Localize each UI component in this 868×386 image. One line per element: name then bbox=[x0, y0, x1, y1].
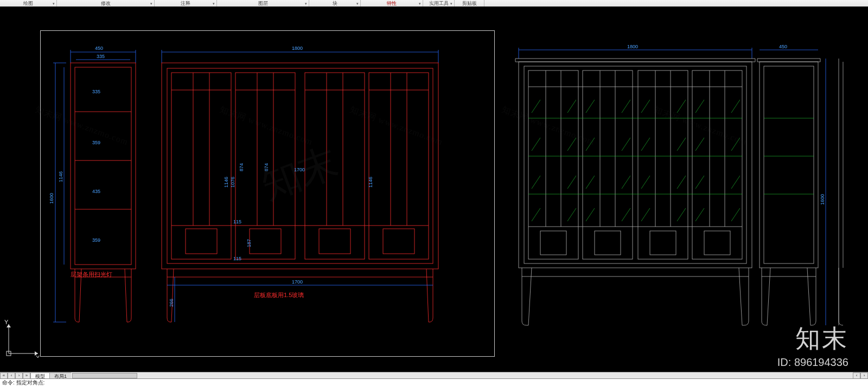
tab-nav-first[interactable]: « bbox=[0, 372, 8, 379]
ucs-y-label: Y bbox=[4, 320, 9, 325]
svg-line-93 bbox=[695, 176, 704, 189]
dim-front-width: 1800 bbox=[292, 46, 303, 51]
dim-187: 187 bbox=[246, 239, 252, 247]
svg-rect-21 bbox=[305, 73, 365, 259]
model-tabs-scrollbar: « ‹ › » 模型 布局1 ‹ › bbox=[0, 372, 868, 378]
tab-nav-next[interactable]: › bbox=[15, 372, 23, 379]
drawing-canvas[interactable]: 450 335 335 359 435 359 1600 bbox=[0, 7, 868, 373]
svg-rect-48 bbox=[519, 62, 752, 268]
svg-rect-17 bbox=[162, 63, 438, 269]
svg-line-84 bbox=[677, 138, 686, 151]
svg-line-72 bbox=[567, 100, 576, 113]
svg-line-76 bbox=[677, 100, 686, 113]
svg-rect-5 bbox=[75, 67, 131, 265]
svg-rect-67 bbox=[704, 231, 730, 255]
ucs-icon: X Y bbox=[4, 320, 42, 358]
dim-874b: 874 bbox=[264, 163, 269, 171]
dim-side-top: 335 bbox=[92, 89, 100, 94]
dim-shelf-seg: 359 bbox=[92, 140, 100, 145]
dim-115a: 115 bbox=[233, 219, 241, 224]
hscroll-left[interactable]: ‹ bbox=[853, 372, 860, 379]
svg-line-77 bbox=[695, 100, 704, 113]
dim-115b: 115 bbox=[233, 256, 241, 261]
svg-line-82 bbox=[622, 138, 630, 151]
svg-rect-4 bbox=[71, 63, 136, 269]
ribbon-panel-modify[interactable]: 修改▾ bbox=[57, 0, 155, 7]
svg-line-95 bbox=[532, 208, 540, 221]
svg-line-71 bbox=[532, 100, 540, 113]
layout-tabs: 模型 布局1 bbox=[30, 372, 71, 379]
svg-rect-37 bbox=[319, 229, 350, 254]
ribbon-panel-properties[interactable]: 特性▾ bbox=[361, 0, 423, 7]
dim-right-height: 1600 bbox=[820, 194, 825, 205]
tab-nav-prev[interactable]: ‹ bbox=[8, 372, 15, 379]
svg-line-74 bbox=[622, 100, 630, 113]
ribbon-panel-annotate[interactable]: 注释▾ bbox=[155, 0, 217, 7]
svg-line-79 bbox=[532, 138, 540, 151]
hscroll-thumb[interactable] bbox=[72, 373, 137, 378]
dim-leg: 266 bbox=[169, 299, 174, 307]
svg-line-85 bbox=[695, 138, 704, 151]
dim-right-side-width: 450 bbox=[779, 44, 787, 49]
ribbon-panel-block[interactable]: 块▾ bbox=[309, 0, 361, 7]
dim-1146a: 1146 bbox=[224, 177, 229, 188]
svg-rect-104 bbox=[760, 62, 818, 268]
ribbon-panel-draw[interactable]: 绘图▾ bbox=[0, 0, 57, 7]
svg-line-89 bbox=[586, 176, 595, 189]
ucs-x-label: X bbox=[36, 355, 40, 358]
svg-rect-19 bbox=[171, 73, 231, 259]
hscroll-right[interactable]: › bbox=[860, 372, 868, 379]
dim-1700b: 1700 bbox=[294, 167, 305, 172]
tab-model[interactable]: 模型 bbox=[30, 372, 50, 379]
svg-line-94 bbox=[731, 176, 740, 189]
ribbon-panel-layers[interactable]: 图层▾ bbox=[217, 0, 309, 7]
dim-height-shelf: 1146 bbox=[58, 171, 63, 182]
svg-line-73 bbox=[586, 100, 595, 113]
hscroll-track[interactable] bbox=[71, 372, 853, 379]
svg-rect-36 bbox=[250, 229, 281, 254]
brand-id: ID: 896194336 bbox=[777, 356, 848, 369]
svg-rect-18 bbox=[167, 68, 433, 263]
svg-line-75 bbox=[641, 100, 650, 113]
svg-line-98 bbox=[622, 208, 630, 221]
svg-line-87 bbox=[532, 176, 540, 189]
svg-line-88 bbox=[567, 176, 576, 189]
svg-rect-49 bbox=[524, 66, 746, 263]
svg-line-86 bbox=[731, 138, 740, 151]
dim-shelf-seg2: 359 bbox=[92, 237, 100, 243]
svg-line-102 bbox=[731, 208, 740, 221]
svg-rect-66 bbox=[650, 231, 676, 255]
dim-side-mid: 435 bbox=[92, 189, 100, 194]
svg-line-99 bbox=[641, 208, 650, 221]
svg-line-83 bbox=[641, 138, 650, 151]
svg-rect-65 bbox=[595, 231, 621, 255]
svg-line-81 bbox=[586, 138, 595, 151]
drawing-svg: 450 335 335 359 435 359 1600 bbox=[0, 7, 868, 373]
svg-line-91 bbox=[641, 176, 650, 189]
svg-rect-105 bbox=[764, 66, 814, 263]
brand-name: 知末 bbox=[795, 322, 848, 356]
svg-line-92 bbox=[677, 176, 686, 189]
svg-rect-35 bbox=[186, 229, 217, 254]
tab-layout1[interactable]: 布局1 bbox=[49, 372, 72, 379]
svg-line-101 bbox=[695, 208, 704, 221]
dim-right-front-width: 1800 bbox=[627, 44, 638, 49]
svg-line-80 bbox=[567, 138, 576, 151]
svg-rect-38 bbox=[383, 229, 414, 254]
svg-line-97 bbox=[586, 208, 595, 221]
svg-rect-22 bbox=[369, 73, 429, 259]
svg-rect-64 bbox=[540, 231, 566, 255]
svg-line-90 bbox=[622, 176, 630, 189]
dim-1146b: 1146 bbox=[368, 177, 373, 188]
tab-nav-last[interactable]: » bbox=[23, 372, 30, 379]
annotation-glass: 层板底板用1.5玻璃 bbox=[254, 292, 304, 298]
dim-side-inner: 335 bbox=[97, 54, 105, 59]
annotation-lightstrip: 层架条用扫光灯 bbox=[71, 271, 112, 278]
dim-front-inner: 1700 bbox=[292, 279, 303, 285]
svg-line-78 bbox=[731, 100, 740, 113]
ribbon-panel-clipboard[interactable]: 剪贴板 bbox=[455, 0, 484, 7]
command-line[interactable]: 命令: 指定对角点: bbox=[0, 378, 868, 386]
ribbon-panel-utilities[interactable]: 实用工具▾ bbox=[423, 0, 455, 7]
svg-line-96 bbox=[567, 208, 576, 221]
dim-side-width: 450 bbox=[95, 46, 103, 51]
